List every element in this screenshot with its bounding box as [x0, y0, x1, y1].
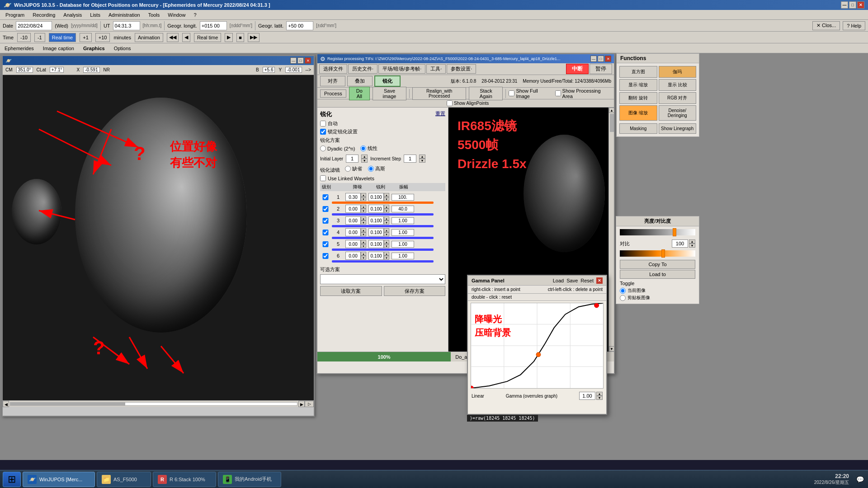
gamma-save-btn[interactable]: Save	[566, 278, 578, 283]
denoise-6[interactable]	[345, 252, 361, 260]
taskbar-app-android[interactable]: 📱 我的Android手机	[218, 472, 281, 487]
sharpen-5[interactable]	[368, 240, 384, 248]
gamma-graph-area[interactable]: 降曝光 压暗背景	[471, 303, 604, 389]
reg-menu-history[interactable]: 历史文件·	[348, 64, 377, 74]
linked-wavelets-cb[interactable]	[320, 175, 326, 181]
wavelet-6-cb[interactable]	[320, 253, 331, 259]
menu-help[interactable]: ?	[190, 11, 200, 19]
do-all-btn[interactable]: Do All	[349, 87, 370, 100]
reg-menu-settings[interactable]: 参数设置·	[447, 64, 476, 74]
lock-checkbox[interactable]	[320, 129, 326, 135]
realign-btn[interactable]: Realign_with Processed	[412, 87, 466, 100]
load-to-btn[interactable]: Load to	[620, 270, 695, 279]
step-fwd-btn[interactable]: ▶	[225, 33, 233, 42]
gamma-btn[interactable]: 伽玛	[659, 66, 697, 78]
stop-btn[interactable]: ■	[236, 33, 244, 42]
denoise-3[interactable]	[345, 216, 361, 225]
show-compare-btn[interactable]: 显示 比较	[659, 79, 697, 91]
rgb-align-btn[interactable]: RGB 对齐	[659, 92, 697, 104]
wavelet-slider-3[interactable]	[332, 225, 434, 227]
step-down[interactable]: ▼	[419, 159, 425, 163]
sharpen-6[interactable]	[368, 252, 384, 260]
dyadic-radio[interactable]	[320, 145, 326, 151]
menu-recording[interactable]: Recording	[29, 11, 59, 19]
sharpen-1[interactable]	[368, 193, 384, 201]
animation-btn[interactable]: Animation	[135, 33, 163, 42]
gamma-val-input[interactable]	[579, 392, 595, 400]
close-btn[interactable]: ✕	[857, 1, 864, 9]
denoise-2[interactable]	[345, 205, 361, 213]
auto-checkbox[interactable]	[320, 121, 326, 127]
wavelet-4-cb[interactable]	[320, 230, 331, 235]
histogram-btn[interactable]: 直方图	[619, 66, 657, 78]
show-full-image-cb[interactable]: Show Full Image	[509, 88, 552, 99]
show-align-cb[interactable]: Show AlignPoints	[447, 100, 489, 106]
copy-to-btn[interactable]: Copy To	[620, 260, 695, 269]
geogr-lon-input[interactable]	[200, 21, 227, 30]
minus10-btn[interactable]: -10	[17, 33, 31, 42]
wavelet-1-cb[interactable]	[320, 194, 331, 200]
menu-program[interactable]: Program	[2, 11, 28, 19]
start-button[interactable]: ⊞	[3, 472, 21, 487]
menu-window[interactable]: Window	[164, 11, 189, 19]
wavelet-slider-5[interactable]	[332, 249, 434, 251]
next-btn[interactable]: ▶▶	[248, 33, 259, 42]
reg-max-btn[interactable]: □	[598, 56, 604, 62]
wavelet-slider-6[interactable]	[332, 260, 434, 263]
show-processing-cb[interactable]: Show Processing Area	[555, 88, 611, 99]
save-image-btn[interactable]: Save image	[373, 87, 406, 100]
layer-down[interactable]: ▼	[361, 159, 368, 163]
menu-analysis[interactable]: Analysis	[60, 11, 85, 19]
gauss-filter-radio[interactable]	[368, 166, 374, 172]
gamma-val-down[interactable]: ▼	[596, 396, 603, 400]
taskbar-app-winjupos[interactable]: 🪐 WinJUPOS [Merc...	[23, 472, 95, 487]
reset-label[interactable]: 重置	[435, 110, 445, 118]
tab-image-caption[interactable]: Image caption	[41, 45, 76, 52]
contrast-input[interactable]	[672, 239, 688, 248]
process-btn[interactable]: Process	[320, 89, 346, 98]
wavelet-5-cb[interactable]	[320, 241, 331, 247]
plus1-btn[interactable]: +1	[80, 33, 92, 42]
reg-stop-btn[interactable]: 中断	[566, 64, 589, 74]
linear-radio[interactable]	[360, 145, 366, 151]
geogr-lat-input[interactable]	[286, 21, 313, 30]
notification-icon[interactable]: 💬	[854, 472, 865, 487]
sharpen-4[interactable]	[368, 228, 384, 236]
current-img-radio[interactable]	[620, 288, 626, 294]
reg-pause-btn[interactable]: 暂停	[590, 64, 612, 74]
date-input[interactable]	[16, 21, 52, 30]
gamma-load-btn[interactable]: Load	[553, 278, 564, 283]
wavelet-3-cb[interactable]	[320, 218, 331, 224]
initial-layer-input[interactable]	[346, 155, 359, 163]
reg-tab-stack[interactable]: 叠加	[347, 76, 373, 86]
load-scheme-btn[interactable]: 读取方案	[320, 286, 382, 296]
reg-tab-align[interactable]: 对齐	[320, 76, 345, 86]
contrast-down[interactable]: ▼	[689, 244, 695, 248]
reg-tab-sharpen[interactable]: 锐化	[374, 75, 401, 87]
scheme-dropdown[interactable]	[320, 274, 445, 284]
maximize-btn[interactable]: □	[849, 1, 856, 9]
reg-menu-select[interactable]: 选择文件	[319, 64, 347, 74]
inner-close[interactable]: ✕	[305, 57, 311, 64]
wavelet-slider-2[interactable]	[332, 213, 434, 216]
denoise-btn[interactable]: Denoise/ Deringing	[659, 105, 697, 121]
step-back-btn[interactable]: ◀	[182, 33, 190, 42]
realtime1-btn[interactable]: Real time	[49, 33, 76, 42]
step-up[interactable]: ▲	[419, 155, 425, 159]
tab-ephemerides[interactable]: Ephemerides	[3, 45, 36, 52]
show-zoom-btn[interactable]: 显示 缩放	[619, 79, 657, 91]
gamma-reset-btn[interactable]: Reset	[580, 278, 594, 283]
help-button[interactable]: ? Help	[843, 21, 865, 30]
denoise-4[interactable]	[345, 228, 361, 236]
flip-rotate-btn[interactable]: 翻转 旋转	[619, 92, 657, 104]
wavelet-slider-1[interactable]	[332, 202, 434, 204]
menu-lists[interactable]: Lists	[86, 11, 104, 19]
inner-maximize[interactable]: □	[297, 57, 304, 64]
taskbar-app-registax[interactable]: R R 6:Stack 100%	[153, 472, 216, 487]
gamma-close[interactable]: ✕	[596, 277, 603, 284]
minus1-btn[interactable]: -1	[34, 33, 45, 42]
h-scrollbar[interactable]: ◀ ▶ ▷	[3, 400, 314, 407]
v-scrollbar[interactable]: ▲ ▼	[609, 108, 614, 352]
menu-administration[interactable]: Administration	[105, 11, 144, 19]
inner-minimize[interactable]: —	[290, 57, 297, 64]
